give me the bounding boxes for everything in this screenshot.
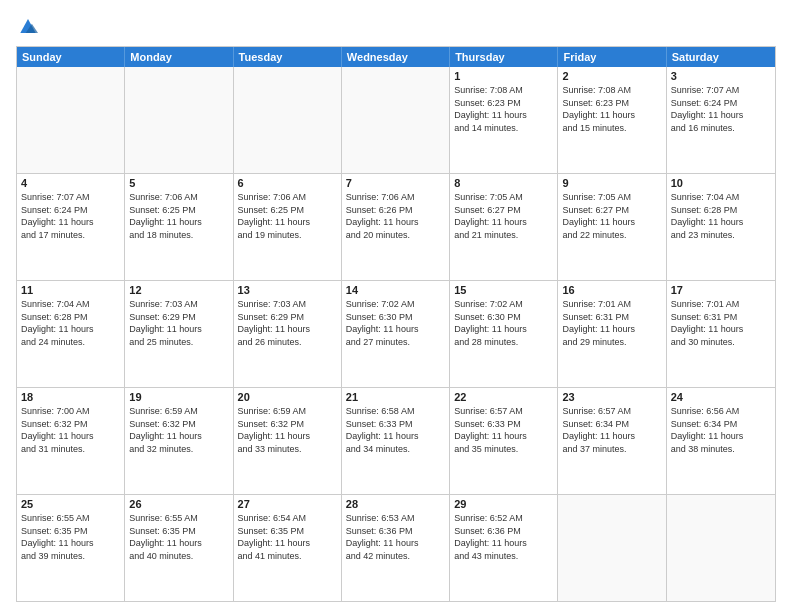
day-info: Sunrise: 6:56 AMSunset: 6:34 PMDaylight:… — [671, 405, 771, 455]
day-cell-2: 2Sunrise: 7:08 AMSunset: 6:23 PMDaylight… — [558, 67, 666, 173]
day-number: 28 — [346, 498, 445, 510]
day-info: Sunrise: 7:03 AMSunset: 6:29 PMDaylight:… — [129, 298, 228, 348]
day-number: 25 — [21, 498, 120, 510]
day-cell-11: 11Sunrise: 7:04 AMSunset: 6:28 PMDayligh… — [17, 281, 125, 387]
day-number: 7 — [346, 177, 445, 189]
day-cell-26: 26Sunrise: 6:55 AMSunset: 6:35 PMDayligh… — [125, 495, 233, 601]
header-day-monday: Monday — [125, 47, 233, 67]
day-number: 21 — [346, 391, 445, 403]
day-info: Sunrise: 7:04 AMSunset: 6:28 PMDaylight:… — [671, 191, 771, 241]
empty-cell — [17, 67, 125, 173]
day-number: 15 — [454, 284, 553, 296]
day-cell-12: 12Sunrise: 7:03 AMSunset: 6:29 PMDayligh… — [125, 281, 233, 387]
day-info: Sunrise: 6:53 AMSunset: 6:36 PMDaylight:… — [346, 512, 445, 562]
day-cell-22: 22Sunrise: 6:57 AMSunset: 6:33 PMDayligh… — [450, 388, 558, 494]
day-info: Sunrise: 7:06 AMSunset: 6:25 PMDaylight:… — [238, 191, 337, 241]
day-cell-9: 9Sunrise: 7:05 AMSunset: 6:27 PMDaylight… — [558, 174, 666, 280]
day-info: Sunrise: 7:03 AMSunset: 6:29 PMDaylight:… — [238, 298, 337, 348]
header-day-tuesday: Tuesday — [234, 47, 342, 67]
header-day-thursday: Thursday — [450, 47, 558, 67]
day-cell-19: 19Sunrise: 6:59 AMSunset: 6:32 PMDayligh… — [125, 388, 233, 494]
day-cell-5: 5Sunrise: 7:06 AMSunset: 6:25 PMDaylight… — [125, 174, 233, 280]
calendar-row-3: 18Sunrise: 7:00 AMSunset: 6:32 PMDayligh… — [17, 387, 775, 494]
day-cell-20: 20Sunrise: 6:59 AMSunset: 6:32 PMDayligh… — [234, 388, 342, 494]
day-info: Sunrise: 7:00 AMSunset: 6:32 PMDaylight:… — [21, 405, 120, 455]
empty-cell — [234, 67, 342, 173]
day-number: 1 — [454, 70, 553, 82]
day-info: Sunrise: 7:02 AMSunset: 6:30 PMDaylight:… — [454, 298, 553, 348]
day-cell-17: 17Sunrise: 7:01 AMSunset: 6:31 PMDayligh… — [667, 281, 775, 387]
day-number: 17 — [671, 284, 771, 296]
day-info: Sunrise: 6:55 AMSunset: 6:35 PMDaylight:… — [129, 512, 228, 562]
day-cell-10: 10Sunrise: 7:04 AMSunset: 6:28 PMDayligh… — [667, 174, 775, 280]
day-number: 4 — [21, 177, 120, 189]
day-cell-13: 13Sunrise: 7:03 AMSunset: 6:29 PMDayligh… — [234, 281, 342, 387]
day-info: Sunrise: 7:01 AMSunset: 6:31 PMDaylight:… — [671, 298, 771, 348]
day-info: Sunrise: 6:57 AMSunset: 6:33 PMDaylight:… — [454, 405, 553, 455]
calendar-row-1: 4Sunrise: 7:07 AMSunset: 6:24 PMDaylight… — [17, 173, 775, 280]
day-number: 18 — [21, 391, 120, 403]
day-info: Sunrise: 7:04 AMSunset: 6:28 PMDaylight:… — [21, 298, 120, 348]
empty-cell — [342, 67, 450, 173]
day-number: 16 — [562, 284, 661, 296]
calendar-row-4: 25Sunrise: 6:55 AMSunset: 6:35 PMDayligh… — [17, 494, 775, 601]
day-cell-3: 3Sunrise: 7:07 AMSunset: 6:24 PMDaylight… — [667, 67, 775, 173]
day-info: Sunrise: 6:58 AMSunset: 6:33 PMDaylight:… — [346, 405, 445, 455]
day-number: 20 — [238, 391, 337, 403]
day-cell-15: 15Sunrise: 7:02 AMSunset: 6:30 PMDayligh… — [450, 281, 558, 387]
day-number: 14 — [346, 284, 445, 296]
day-cell-1: 1Sunrise: 7:08 AMSunset: 6:23 PMDaylight… — [450, 67, 558, 173]
day-number: 8 — [454, 177, 553, 189]
calendar: SundayMondayTuesdayWednesdayThursdayFrid… — [16, 46, 776, 602]
day-cell-8: 8Sunrise: 7:05 AMSunset: 6:27 PMDaylight… — [450, 174, 558, 280]
day-cell-27: 27Sunrise: 6:54 AMSunset: 6:35 PMDayligh… — [234, 495, 342, 601]
day-cell-29: 29Sunrise: 6:52 AMSunset: 6:36 PMDayligh… — [450, 495, 558, 601]
empty-cell — [558, 495, 666, 601]
day-info: Sunrise: 6:59 AMSunset: 6:32 PMDaylight:… — [129, 405, 228, 455]
day-number: 24 — [671, 391, 771, 403]
day-cell-6: 6Sunrise: 7:06 AMSunset: 6:25 PMDaylight… — [234, 174, 342, 280]
day-number: 19 — [129, 391, 228, 403]
day-number: 22 — [454, 391, 553, 403]
day-number: 5 — [129, 177, 228, 189]
empty-cell — [125, 67, 233, 173]
day-cell-16: 16Sunrise: 7:01 AMSunset: 6:31 PMDayligh… — [558, 281, 666, 387]
day-info: Sunrise: 6:52 AMSunset: 6:36 PMDaylight:… — [454, 512, 553, 562]
day-number: 13 — [238, 284, 337, 296]
day-info: Sunrise: 7:06 AMSunset: 6:26 PMDaylight:… — [346, 191, 445, 241]
day-info: Sunrise: 6:54 AMSunset: 6:35 PMDaylight:… — [238, 512, 337, 562]
logo — [16, 16, 44, 36]
day-number: 23 — [562, 391, 661, 403]
day-cell-18: 18Sunrise: 7:00 AMSunset: 6:32 PMDayligh… — [17, 388, 125, 494]
day-info: Sunrise: 7:02 AMSunset: 6:30 PMDaylight:… — [346, 298, 445, 348]
header-day-friday: Friday — [558, 47, 666, 67]
day-info: Sunrise: 7:08 AMSunset: 6:23 PMDaylight:… — [562, 84, 661, 134]
day-cell-7: 7Sunrise: 7:06 AMSunset: 6:26 PMDaylight… — [342, 174, 450, 280]
day-number: 29 — [454, 498, 553, 510]
day-number: 27 — [238, 498, 337, 510]
day-cell-4: 4Sunrise: 7:07 AMSunset: 6:24 PMDaylight… — [17, 174, 125, 280]
day-cell-24: 24Sunrise: 6:56 AMSunset: 6:34 PMDayligh… — [667, 388, 775, 494]
day-info: Sunrise: 7:07 AMSunset: 6:24 PMDaylight:… — [21, 191, 120, 241]
day-info: Sunrise: 6:57 AMSunset: 6:34 PMDaylight:… — [562, 405, 661, 455]
day-cell-21: 21Sunrise: 6:58 AMSunset: 6:33 PMDayligh… — [342, 388, 450, 494]
day-info: Sunrise: 6:55 AMSunset: 6:35 PMDaylight:… — [21, 512, 120, 562]
day-info: Sunrise: 7:08 AMSunset: 6:23 PMDaylight:… — [454, 84, 553, 134]
day-info: Sunrise: 7:05 AMSunset: 6:27 PMDaylight:… — [562, 191, 661, 241]
day-info: Sunrise: 6:59 AMSunset: 6:32 PMDaylight:… — [238, 405, 337, 455]
calendar-row-0: 1Sunrise: 7:08 AMSunset: 6:23 PMDaylight… — [17, 67, 775, 173]
day-number: 12 — [129, 284, 228, 296]
day-number: 3 — [671, 70, 771, 82]
day-number: 11 — [21, 284, 120, 296]
header-day-wednesday: Wednesday — [342, 47, 450, 67]
day-number: 6 — [238, 177, 337, 189]
day-info: Sunrise: 7:06 AMSunset: 6:25 PMDaylight:… — [129, 191, 228, 241]
day-cell-14: 14Sunrise: 7:02 AMSunset: 6:30 PMDayligh… — [342, 281, 450, 387]
calendar-header: SundayMondayTuesdayWednesdayThursdayFrid… — [17, 47, 775, 67]
day-number: 26 — [129, 498, 228, 510]
header-day-sunday: Sunday — [17, 47, 125, 67]
page: SundayMondayTuesdayWednesdayThursdayFrid… — [0, 0, 792, 612]
day-cell-25: 25Sunrise: 6:55 AMSunset: 6:35 PMDayligh… — [17, 495, 125, 601]
header-day-saturday: Saturday — [667, 47, 775, 67]
empty-cell — [667, 495, 775, 601]
